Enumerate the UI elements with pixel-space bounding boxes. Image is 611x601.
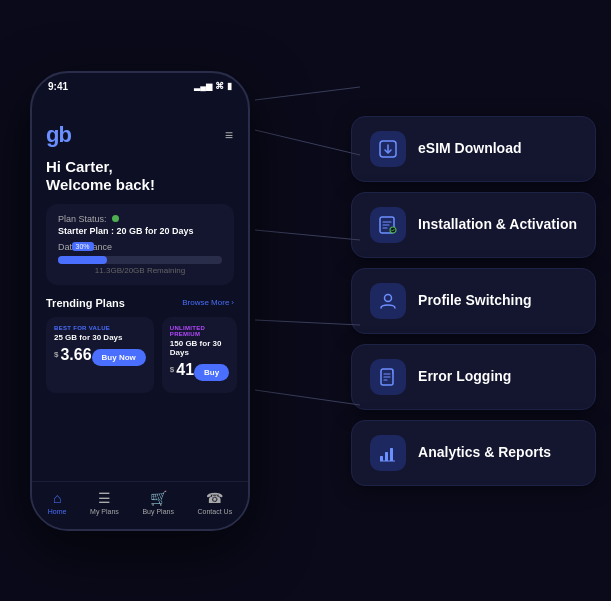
plan-badge-1: BEST FOR VALUE bbox=[54, 325, 146, 331]
nav-myplans-label: My Plans bbox=[90, 508, 119, 515]
plan-desc-2: 150 GB for 30 Days bbox=[170, 339, 229, 357]
esim-download-icon bbox=[370, 131, 406, 167]
status-bar: 9:41 ▂▄▆ ⌘ ▮ bbox=[32, 73, 248, 94]
phone-header: gb ≡ bbox=[46, 122, 234, 148]
nav-contact-label: Contact Us bbox=[198, 508, 233, 515]
features-area: eSIM Download Installation & Activation bbox=[351, 116, 596, 486]
buy-button-1[interactable]: Buy Now bbox=[92, 349, 146, 366]
svg-text:!: ! bbox=[392, 369, 394, 375]
svg-point-11 bbox=[385, 294, 392, 301]
app-logo: gb bbox=[46, 122, 71, 148]
plan-card: Plan Status: Starter Plan : 20 GB for 20… bbox=[46, 204, 234, 285]
nav-home[interactable]: ⌂ Home bbox=[48, 490, 67, 515]
nav-buyplans-label: Buy Plans bbox=[142, 508, 174, 515]
error-logging-icon: ! bbox=[370, 359, 406, 395]
plan-item-2: UNLIMITED PREMIUM 150 GB for 30 Days $ 4… bbox=[162, 317, 237, 393]
status-dot bbox=[112, 215, 119, 222]
starter-plan-row: Starter Plan : 20 GB for 20 Days bbox=[58, 226, 222, 236]
bottom-nav: ⌂ Home ☰ My Plans 🛒 Buy Plans ☎ Contact … bbox=[32, 481, 248, 529]
nav-contact[interactable]: ☎ Contact Us bbox=[198, 490, 233, 515]
feature-installation-activation[interactable]: Installation & Activation bbox=[351, 192, 596, 258]
plans-row: BEST FOR VALUE 25 GB for 30 Days $ 3.66 … bbox=[46, 317, 234, 393]
svg-line-1 bbox=[255, 130, 360, 155]
phone-content: gb ≡ Hi Carter, Welcome back! Plan Statu… bbox=[32, 116, 248, 393]
greeting-text: Hi Carter, Welcome back! bbox=[46, 158, 234, 194]
svg-rect-19 bbox=[390, 448, 393, 461]
buy-button-2[interactable]: Buy bbox=[194, 364, 229, 381]
plan-price-row-2: $ 41 Buy bbox=[170, 361, 229, 385]
plan-item-1: BEST FOR VALUE 25 GB for 30 Days $ 3.66 … bbox=[46, 317, 154, 393]
analytics-icon bbox=[370, 435, 406, 471]
profile-switching-icon bbox=[370, 283, 406, 319]
installation-activation-label: Installation & Activation bbox=[418, 216, 577, 234]
progress-bar-fill: 30% bbox=[58, 256, 107, 264]
contact-icon: ☎ bbox=[206, 490, 223, 506]
feature-esim-download[interactable]: eSIM Download bbox=[351, 116, 596, 182]
feature-profile-switching[interactable]: Profile Switching bbox=[351, 268, 596, 334]
profile-switching-label: Profile Switching bbox=[418, 292, 532, 310]
buyplans-icon: 🛒 bbox=[150, 490, 167, 506]
trending-header: Trending Plans Browse More › bbox=[46, 297, 234, 309]
svg-line-4 bbox=[255, 390, 360, 405]
main-container: 9:41 ▂▄▆ ⌘ ▮ gb ≡ Hi Carter, Welcome bac… bbox=[0, 0, 611, 601]
plan-price-2: $ 41 bbox=[170, 361, 194, 379]
feature-error-logging[interactable]: ! Error Logging bbox=[351, 344, 596, 410]
error-logging-label: Error Logging bbox=[418, 368, 511, 386]
home-icon: ⌂ bbox=[53, 490, 61, 506]
trending-title: Trending Plans bbox=[46, 297, 125, 309]
nav-home-label: Home bbox=[48, 508, 67, 515]
installation-icon bbox=[370, 207, 406, 243]
battery-icon: ▮ bbox=[227, 81, 232, 91]
svg-rect-17 bbox=[380, 456, 383, 461]
svg-line-2 bbox=[255, 230, 360, 240]
esim-download-label: eSIM Download bbox=[418, 140, 521, 158]
svg-rect-18 bbox=[385, 452, 388, 461]
svg-line-3 bbox=[255, 320, 360, 325]
signal-icon: ▂▄▆ bbox=[194, 82, 212, 91]
progress-bar-container: 30% bbox=[58, 256, 222, 264]
plan-badge-2: UNLIMITED PREMIUM bbox=[170, 325, 229, 337]
nav-myplans[interactable]: ☰ My Plans bbox=[90, 490, 119, 515]
time-display: 9:41 bbox=[48, 81, 68, 92]
myplans-icon: ☰ bbox=[98, 490, 111, 506]
feature-analytics-reports[interactable]: Analytics & Reports bbox=[351, 420, 596, 486]
remaining-text: 11.3GB/20GB Remaining bbox=[58, 266, 222, 275]
plan-status-row: Plan Status: bbox=[58, 214, 222, 224]
progress-label: 30% bbox=[72, 242, 94, 251]
plan-price-row-1: $ 3.66 Buy Now bbox=[54, 346, 146, 370]
browse-more-link[interactable]: Browse More › bbox=[182, 298, 234, 307]
phone-notch bbox=[105, 94, 175, 116]
plan-price-1: $ 3.66 bbox=[54, 346, 92, 364]
hamburger-icon[interactable]: ≡ bbox=[225, 127, 234, 143]
phone-mockup: 9:41 ▂▄▆ ⌘ ▮ gb ≡ Hi Carter, Welcome bac… bbox=[30, 71, 250, 531]
plan-desc-1: 25 GB for 30 Days bbox=[54, 333, 146, 342]
wifi-icon: ⌘ bbox=[215, 81, 224, 91]
analytics-reports-label: Analytics & Reports bbox=[418, 444, 551, 462]
status-icons: ▂▄▆ ⌘ ▮ bbox=[194, 81, 232, 91]
nav-buyplans[interactable]: 🛒 Buy Plans bbox=[142, 490, 174, 515]
svg-line-0 bbox=[255, 87, 360, 100]
greeting-section: Hi Carter, Welcome back! bbox=[46, 158, 234, 194]
